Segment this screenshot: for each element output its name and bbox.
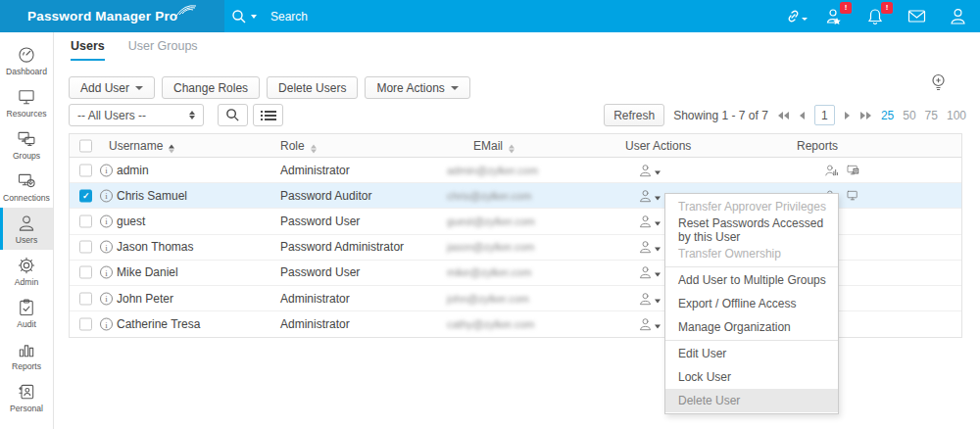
chevron-down-icon — [655, 325, 661, 329]
next-page-icon[interactable] — [844, 111, 851, 120]
sidebar-item-connections[interactable]: Connections — [0, 166, 53, 208]
user-actions-menu-button[interactable] — [638, 214, 661, 228]
resource-report-icon[interactable] — [846, 189, 860, 203]
sidebar-item-resources[interactable]: Resources — [0, 81, 53, 123]
search-icon — [231, 9, 247, 24]
search-input[interactable]: Search — [270, 10, 308, 24]
sort-icon[interactable] — [311, 144, 317, 153]
search-button[interactable] — [218, 104, 248, 126]
info-icon[interactable]: i — [100, 241, 113, 254]
menu-item-lock-user[interactable]: Lock User — [665, 365, 838, 389]
row-checkbox[interactable] — [79, 241, 92, 254]
info-icon[interactable]: i — [100, 292, 113, 305]
menu-item-add-user-to-groups[interactable]: Add User to Multiple Groups — [665, 268, 838, 292]
user-actions-menu-button[interactable] — [638, 291, 661, 306]
sidebar-item-personal[interactable]: Personal — [0, 376, 53, 418]
menu-item-reset-passwords[interactable]: Reset Passwords Accessed by this User — [665, 218, 838, 242]
info-icon[interactable]: i — [100, 214, 113, 227]
prev-page-icon[interactable] — [799, 111, 806, 120]
email-cell: chris@zylker.com — [447, 190, 531, 202]
profile-icon[interactable] — [941, 0, 974, 32]
person-actions-icon — [638, 265, 653, 280]
menu-item-delete-user[interactable]: Delete User — [665, 389, 838, 412]
row-checkbox[interactable] — [79, 292, 92, 305]
global-search[interactable]: Search — [231, 0, 308, 32]
menu-item-export-offline-access[interactable]: Export / Offline Access — [665, 292, 838, 315]
first-page-icon[interactable] — [777, 111, 790, 120]
role-cell: Password Administrator — [280, 240, 404, 254]
notifications-icon[interactable]: ! — [858, 0, 892, 32]
list-view-icon — [265, 111, 276, 120]
sidebar-item-reports[interactable]: Reports — [0, 334, 53, 376]
delete-users-button[interactable]: Delete Users — [267, 76, 358, 99]
chevron-down-icon — [655, 299, 661, 303]
app-logo[interactable]: Password Manager Pro — [0, 0, 224, 32]
row-checkbox[interactable] — [79, 266, 92, 279]
user-filter-select[interactable]: -- All Users -- — [69, 104, 204, 126]
menu-item-transfer-ownership: Transfer Ownership — [665, 242, 838, 265]
person-actions-icon — [638, 291, 653, 306]
select-all-checkbox[interactable] — [79, 139, 92, 152]
info-icon[interactable]: i — [100, 189, 113, 202]
info-icon[interactable]: i — [100, 318, 113, 331]
last-page-icon[interactable] — [859, 111, 872, 120]
user-actions-context-menu: Transfer Approver Privileges Reset Passw… — [664, 193, 839, 414]
link-icon[interactable] — [776, 0, 809, 32]
sidebar-item-dashboard[interactable]: Dashboard — [0, 39, 53, 81]
row-checkbox-checked[interactable] — [79, 189, 92, 202]
page-size-75[interactable]: 75 — [925, 109, 938, 122]
more-actions-button[interactable]: More Actions — [365, 76, 469, 99]
email-cell: john@zylker.com — [447, 293, 529, 305]
personal-vault-icon — [17, 382, 36, 402]
user-actions-menu-button[interactable] — [638, 317, 661, 332]
row-checkbox[interactable] — [79, 214, 92, 227]
page-size-100[interactable]: 100 — [947, 109, 966, 122]
role-cell: Administrator — [280, 317, 350, 331]
person-actions-icon — [638, 214, 653, 228]
username-cell: admin — [117, 164, 149, 177]
user-report-icon[interactable] — [824, 164, 838, 177]
tab-users[interactable]: Users — [71, 39, 105, 61]
sidebar-item-audit[interactable]: Audit — [0, 292, 53, 334]
tab-bar: Users User Groups — [71, 39, 198, 61]
user-actions-menu-button[interactable] — [638, 163, 661, 177]
page-size-50[interactable]: 50 — [903, 109, 915, 122]
refresh-button[interactable]: Refresh — [604, 104, 664, 126]
gear-icon — [17, 256, 36, 275]
info-icon[interactable]: i — [100, 266, 113, 279]
user-actions-menu-button[interactable] — [638, 240, 661, 255]
email-cell: guest@zylker.com — [447, 215, 535, 227]
sidebar-item-groups[interactable]: Groups — [0, 123, 53, 166]
showing-count: Showing 1 - 7 of 7 — [673, 109, 768, 122]
tab-user-groups[interactable]: User Groups — [128, 39, 198, 61]
col-reports: Reports — [797, 139, 838, 153]
column-chooser-button[interactable] — [253, 104, 283, 126]
sort-icon[interactable] — [509, 144, 514, 153]
user-actions-menu-button[interactable] — [638, 265, 661, 280]
add-user-button[interactable]: Add User — [69, 76, 155, 99]
current-page-box[interactable]: 1 — [814, 105, 835, 125]
password-manager-pro-app: Password Manager Pro Search ! — [0, 0, 980, 429]
sort-icon[interactable] — [169, 144, 174, 153]
topbar-icons: ! ! — [776, 0, 980, 32]
mail-icon[interactable] — [900, 0, 933, 32]
row-checkbox[interactable] — [79, 318, 92, 331]
change-roles-button[interactable]: Change Roles — [162, 76, 260, 99]
menu-item-manage-organization[interactable]: Manage Organization — [665, 315, 838, 339]
username-cell: Catherine Tresa — [117, 317, 200, 331]
menu-divider — [665, 266, 838, 267]
tips-bulb-icon[interactable] — [930, 73, 947, 97]
select-stepper-icon — [189, 111, 195, 119]
row-checkbox[interactable] — [79, 164, 92, 176]
search-scope-caret-icon[interactable] — [251, 15, 257, 19]
page-size-25[interactable]: 25 — [881, 109, 894, 122]
email-cell: admin@zylker.com — [447, 165, 538, 176]
username-cell: guest — [117, 214, 145, 228]
resource-report-icon[interactable] — [846, 164, 860, 177]
sidebar-item-users[interactable]: Users — [0, 208, 53, 250]
approver-icon[interactable]: ! — [817, 0, 851, 32]
user-actions-menu-button[interactable] — [638, 188, 661, 203]
sidebar-item-admin[interactable]: Admin — [0, 250, 53, 292]
menu-item-edit-user[interactable]: Edit User — [665, 342, 838, 365]
info-icon[interactable]: i — [100, 164, 113, 176]
